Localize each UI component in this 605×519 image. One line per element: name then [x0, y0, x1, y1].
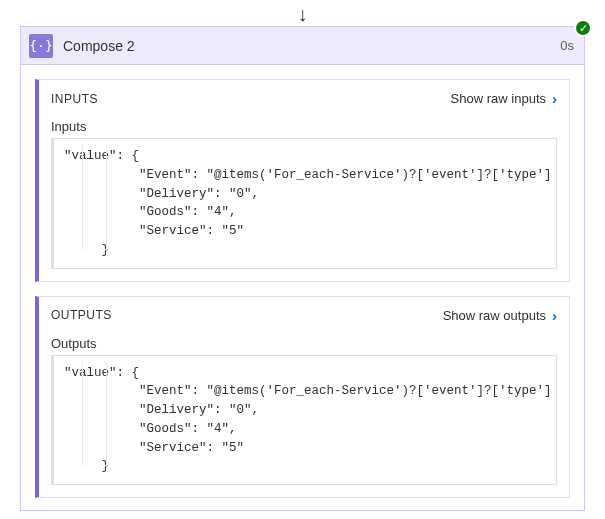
- outputs-section: OUTPUTS Show raw outputs › Outputs "valu…: [35, 296, 570, 499]
- compose-icon-glyph: {·}: [29, 38, 52, 53]
- inputs-section: INPUTS Show raw inputs › Inputs "value":…: [35, 79, 570, 282]
- inputs-field-label: Inputs: [51, 119, 557, 134]
- action-card-body: INPUTS Show raw inputs › Inputs "value":…: [21, 65, 584, 510]
- code-gutter-line: [106, 362, 107, 467]
- action-card-compose2: ✓ {·} Compose 2 0s INPUTS Show raw input…: [20, 26, 585, 511]
- action-duration: 0s: [560, 38, 574, 53]
- code-gutter-line: [106, 145, 107, 250]
- code-gutter-line: [82, 362, 83, 467]
- inputs-code-scroll[interactable]: "value": { "Event": "@items('For_each-Se…: [60, 145, 550, 266]
- action-title: Compose 2: [63, 38, 560, 54]
- inputs-code-content: "value": { "Event": "@items('For_each-Se…: [60, 145, 550, 266]
- inputs-section-label: INPUTS: [51, 92, 98, 106]
- arrow-down-icon: ↓: [298, 4, 308, 24]
- inputs-code-box: "value": { "Event": "@items('For_each-Se…: [51, 138, 557, 269]
- outputs-section-header: OUTPUTS Show raw outputs ›: [51, 307, 557, 336]
- action-card-header[interactable]: {·} Compose 2 0s: [21, 27, 584, 65]
- show-raw-outputs-text: Show raw outputs: [443, 308, 546, 323]
- success-check-icon: ✓: [574, 19, 592, 37]
- outputs-section-label: OUTPUTS: [51, 308, 112, 322]
- outputs-code-scroll[interactable]: "value": { "Event": "@items('For_each-Se…: [60, 362, 550, 483]
- show-raw-outputs-link[interactable]: Show raw outputs ›: [443, 307, 557, 324]
- flow-arrow-connector: ↓: [0, 0, 605, 26]
- chevron-right-icon: ›: [552, 90, 557, 107]
- outputs-code-content: "value": { "Event": "@items('For_each-Se…: [60, 362, 550, 483]
- inputs-section-header: INPUTS Show raw inputs ›: [51, 90, 557, 119]
- outputs-code-box: "value": { "Event": "@items('For_each-Se…: [51, 355, 557, 486]
- code-gutter-line: [82, 145, 83, 250]
- show-raw-inputs-text: Show raw inputs: [451, 91, 546, 106]
- outputs-field-label: Outputs: [51, 336, 557, 351]
- show-raw-inputs-link[interactable]: Show raw inputs ›: [451, 90, 557, 107]
- compose-icon: {·}: [29, 34, 53, 58]
- chevron-right-icon: ›: [552, 307, 557, 324]
